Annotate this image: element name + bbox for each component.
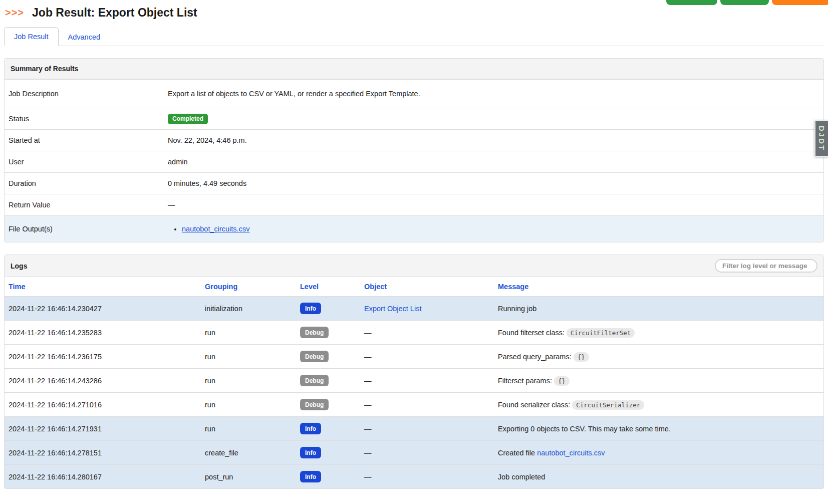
summary-row-status: Status Completed: [5, 108, 823, 129]
log-grouping: run: [201, 369, 296, 393]
summary-value: Completed: [164, 109, 212, 129]
log-row: 2024-11-22 16:46:14.271016 run Debug — F…: [5, 393, 823, 417]
summary-label: Return Value: [5, 196, 164, 214]
logs-panel-title: Logs: [11, 262, 27, 270]
log-time: 2024-11-22 16:46:14.271931: [5, 417, 201, 441]
sort-column-level[interactable]: Level: [300, 283, 319, 291]
log-time: 2024-11-22 16:46:14.271016: [5, 393, 201, 417]
log-level-badge: Info: [300, 303, 321, 314]
log-object: —: [360, 441, 494, 465]
log-grouping: create_file: [201, 441, 296, 465]
log-filter-input[interactable]: [715, 259, 817, 273]
log-message-text: Created file: [498, 449, 537, 457]
log-level-badge: Info: [300, 423, 321, 434]
summary-label: Duration: [5, 174, 164, 192]
log-grouping: post_run: [201, 465, 296, 489]
debug-toolbar-handle[interactable]: DJDT: [814, 120, 828, 157]
log-message: Created file nautobot_circuits.csv: [494, 441, 823, 465]
log-object: —: [360, 345, 494, 369]
summary-label: Job Description: [5, 85, 164, 103]
log-object: —: [360, 369, 494, 393]
log-message: Job completed: [494, 465, 823, 489]
summary-value: nautobot_circuits.csv: [164, 220, 253, 238]
log-level-badge: Debug: [300, 327, 329, 338]
logs-panel: Logs Time Grouping Level Object Message …: [4, 255, 824, 489]
log-level: Info: [296, 417, 360, 441]
tab-job-result[interactable]: Job Result: [4, 27, 59, 46]
file-output-item: nautobot_circuits.csv: [182, 225, 249, 233]
summary-value: 0 minutes, 4.49 seconds: [164, 174, 250, 192]
log-grouping: initialization: [201, 297, 296, 321]
em-dash: —: [364, 377, 372, 385]
log-grouping: run: [201, 345, 296, 369]
log-level-badge: Debug: [300, 351, 329, 362]
file-output-link[interactable]: nautobot_circuits.csv: [182, 225, 249, 233]
log-object: Export Object List: [360, 297, 494, 321]
log-message: Parsed query_params: {}: [494, 345, 823, 369]
summary-label: Started at: [5, 131, 164, 149]
em-dash: —: [364, 353, 372, 361]
log-level: Debug: [296, 393, 360, 417]
em-dash: —: [364, 401, 372, 409]
log-message-link[interactable]: nautobot_circuits.csv: [537, 449, 605, 457]
log-message-text: Exporting 0 objects to CSV. This may tak…: [498, 425, 671, 433]
summary-row-user: User admin: [5, 151, 823, 172]
log-message-text: Parsed query_params:: [498, 353, 574, 361]
tab-advanced[interactable]: Advanced: [59, 28, 110, 46]
summary-value: Export a list of objects to CSV or YAML,…: [164, 85, 424, 103]
action-button-orange[interactable]: [772, 0, 828, 5]
log-row: 2024-11-22 16:46:14.230427 initializatio…: [5, 297, 823, 321]
action-button-green-2[interactable]: [720, 0, 769, 5]
summary-row-job-description: Job Description Export a list of objects…: [5, 79, 823, 108]
log-time: 2024-11-22 16:46:14.280167: [5, 465, 201, 489]
em-dash: —: [364, 425, 372, 433]
code-chip: CircuitFilterSet: [567, 328, 635, 338]
log-level-badge: Info: [300, 471, 321, 482]
log-row: 2024-11-22 16:46:14.235283 run Debug — F…: [5, 321, 823, 345]
log-message: Filterset params: {}: [494, 369, 823, 393]
log-table-header-row: Time Grouping Level Object Message: [5, 277, 823, 297]
sort-column-grouping[interactable]: Grouping: [205, 283, 237, 291]
log-time: 2024-11-22 16:46:14.235283: [5, 321, 201, 345]
sort-column-object[interactable]: Object: [364, 283, 387, 291]
summary-label: User: [5, 153, 164, 171]
nautobot-prompt-icon: >>>: [5, 7, 24, 19]
action-button-green-1[interactable]: [666, 0, 717, 5]
log-message: Found filterset class: CircuitFilterSet: [494, 321, 823, 345]
sort-column-message[interactable]: Message: [498, 283, 528, 291]
log-message-text: Running job: [498, 305, 536, 313]
summary-row-duration: Duration 0 minutes, 4.49 seconds: [5, 172, 823, 194]
log-message: Running job: [494, 297, 823, 321]
log-level: Info: [296, 297, 360, 321]
log-level: Debug: [296, 369, 360, 393]
log-level-badge: Debug: [300, 375, 329, 386]
file-output-list: nautobot_circuits.csv: [168, 225, 249, 233]
summary-panel: Summary of Results Job Description Expor…: [4, 58, 824, 242]
log-object: —: [360, 417, 494, 441]
log-grouping: run: [201, 321, 296, 345]
code-chip: CircuitSerializer: [572, 400, 644, 410]
log-row: 2024-11-22 16:46:14.271931 run Info — Ex…: [5, 417, 823, 441]
log-level: Info: [296, 441, 360, 465]
log-row: 2024-11-22 16:46:14.278151 create_file I…: [5, 441, 823, 465]
log-message: Found serializer class: CircuitSerialize…: [494, 393, 823, 417]
log-object-link[interactable]: Export Object List: [364, 305, 421, 313]
log-level: Info: [296, 465, 360, 489]
log-time: 2024-11-22 16:46:14.236175: [5, 345, 201, 369]
log-row: 2024-11-22 16:46:14.280167 post_run Info…: [5, 465, 823, 489]
summary-panel-title: Summary of Results: [5, 59, 823, 79]
log-level-badge: Info: [300, 447, 321, 458]
sort-column-time[interactable]: Time: [9, 283, 26, 291]
summary-row-file-outputs: File Output(s) nautobot_circuits.csv: [5, 215, 823, 242]
tab-bar: Job Result Advanced: [4, 27, 824, 46]
log-time: 2024-11-22 16:46:14.278151: [5, 441, 201, 465]
summary-row-return-value: Return Value —: [5, 194, 823, 215]
logs-panel-heading: Logs: [5, 255, 823, 277]
log-message-text: Filterset params:: [498, 377, 554, 385]
log-level: Debug: [296, 321, 360, 345]
em-dash: —: [364, 473, 372, 481]
status-badge: Completed: [168, 114, 208, 124]
log-message: Exporting 0 objects to CSV. This may tak…: [494, 417, 823, 441]
log-object: —: [360, 393, 494, 417]
code-chip: {}: [554, 376, 570, 386]
